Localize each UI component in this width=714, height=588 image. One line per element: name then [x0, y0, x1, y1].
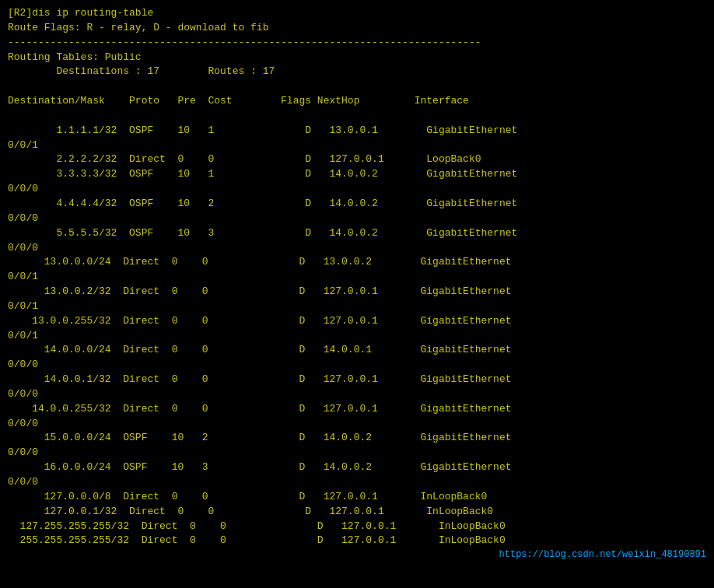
route-2: 2.2.2.2/32 Direct 0 0 D 127.0.0.1 LoopBa… — [8, 152, 706, 167]
empty-line-2 — [8, 109, 706, 124]
url-attribution: https://blog.csdn.net/weixin_48190891 — [8, 548, 706, 562]
route-flags-line: Route Flags: R - relay, D - download to … — [8, 21, 706, 36]
route-4-iface: 0/0/0 — [8, 212, 706, 226]
route-13-host-iface: 0/0/1 — [8, 299, 706, 314]
route-127-bcast: 127.255.255.255/32 Direct 0 0 D 127.0.0.… — [8, 520, 706, 534]
route-14-net-iface: 0/0/0 — [8, 358, 706, 373]
route-15-iface: 0/0/0 — [8, 446, 706, 460]
route-14-host-iface: 0/0/0 — [8, 387, 706, 402]
route-13-net-1: 13.0.0.0/24 Direct 0 0 D 13.0.0.2 Gigabi… — [8, 255, 706, 270]
route-14-host-1: 14.0.0.1/32 Direct 0 0 D 127.0.0.1 Gigab… — [8, 373, 706, 387]
route-13-bcast-iface: 0/0/1 — [8, 329, 706, 344]
command-line: [R2]dis ip routing-table — [8, 6, 706, 21]
route-5-iface: 0/0/0 — [8, 241, 706, 256]
route-1-1: 1.1.1.1/32 OSPF 10 1 D 13.0.0.1 GigabitE… — [8, 124, 706, 138]
route-16-1: 16.0.0.0/24 OSPF 10 3 D 14.0.0.2 Gigabit… — [8, 460, 706, 475]
route-4-1: 4.4.4.4/32 OSPF 10 2 D 14.0.0.2 GigabitE… — [8, 197, 706, 212]
route-5-1: 5.5.5.5/32 OSPF 10 3 D 14.0.0.2 GigabitE… — [8, 226, 706, 241]
route-13-bcast-1: 13.0.0.255/32 Direct 0 0 D 127.0.0.1 Gig… — [8, 314, 706, 329]
route-15-1: 15.0.0.0/24 OSPF 10 2 D 14.0.0.2 Gigabit… — [8, 431, 706, 446]
route-14-bcast-1: 14.0.0.255/32 Direct 0 0 D 127.0.0.1 Gig… — [8, 402, 706, 417]
route-127-host: 127.0.0.1/32 Direct 0 0 D 127.0.0.1 InLo… — [8, 505, 706, 520]
column-headers: Destination/Mask Proto Pre Cost Flags Ne… — [8, 94, 706, 109]
route-14-bcast-iface: 0/0/0 — [8, 417, 706, 432]
route-13-host-1: 13.0.0.2/32 Direct 0 0 D 127.0.0.1 Gigab… — [8, 285, 706, 299]
route-3-iface: 0/0/0 — [8, 182, 706, 197]
route-255-bcast: 255.255.255.255/32 Direct 0 0 D 127.0.0.… — [8, 534, 706, 548]
empty-line-1 — [8, 79, 706, 94]
separator-line: ----------------------------------------… — [8, 36, 706, 51]
terminal-window: [R2]dis ip routing-table Route Flags: R … — [0, 0, 714, 588]
route-3-1: 3.3.3.3/32 OSPF 10 1 D 14.0.0.2 GigabitE… — [8, 167, 706, 182]
route-13-net-iface: 0/0/1 — [8, 270, 706, 285]
routing-table-header: Routing Tables: Public — [8, 51, 706, 65]
route-127-net: 127.0.0.0/8 Direct 0 0 D 127.0.0.1 InLoo… — [8, 490, 706, 505]
route-14-net-1: 14.0.0.0/24 Direct 0 0 D 14.0.0.1 Gigabi… — [8, 343, 706, 358]
route-16-iface: 0/0/0 — [8, 475, 706, 490]
route-1-iface: 0/0/1 — [8, 138, 706, 153]
destinations-routes: Destinations : 17 Routes : 17 — [8, 65, 706, 79]
